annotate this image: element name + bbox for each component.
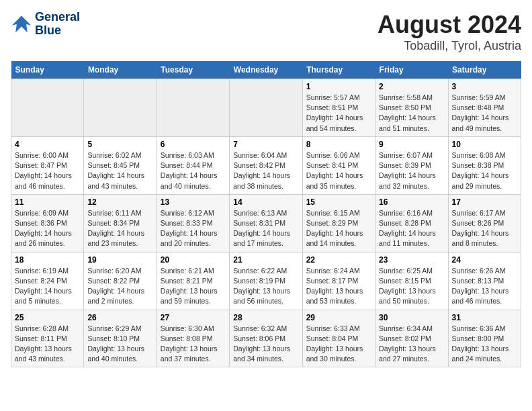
day-number: 22	[306, 255, 371, 265]
calendar-cell	[84, 79, 157, 137]
calendar-cell: 29Sunrise: 6:33 AM Sunset: 8:04 PM Dayli…	[302, 310, 375, 367]
day-info: Sunrise: 6:25 AM Sunset: 8:15 PM Dayligh…	[379, 266, 444, 307]
calendar-cell: 8Sunrise: 6:06 AM Sunset: 8:41 PM Daylig…	[302, 136, 375, 194]
weekday-header-thursday: Thursday	[302, 61, 375, 79]
day-number: 20	[161, 255, 226, 265]
calendar-cell	[157, 79, 229, 137]
day-info: Sunrise: 6:13 AM Sunset: 8:31 PM Dayligh…	[233, 208, 298, 249]
day-info: Sunrise: 6:28 AM Sunset: 8:11 PM Dayligh…	[15, 324, 80, 365]
calendar-cell: 16Sunrise: 6:16 AM Sunset: 8:28 PM Dayli…	[375, 194, 448, 252]
day-info: Sunrise: 6:24 AM Sunset: 8:17 PM Dayligh…	[306, 266, 371, 307]
page-subtitle: Tobadill, Tyrol, Austria	[378, 39, 521, 53]
calendar-cell: 19Sunrise: 6:20 AM Sunset: 8:22 PM Dayli…	[84, 252, 157, 310]
day-info: Sunrise: 6:08 AM Sunset: 8:38 PM Dayligh…	[452, 150, 517, 191]
day-info: Sunrise: 6:15 AM Sunset: 8:29 PM Dayligh…	[306, 208, 371, 249]
weekday-header-wednesday: Wednesday	[230, 61, 302, 79]
calendar-cell: 22Sunrise: 6:24 AM Sunset: 8:17 PM Dayli…	[302, 252, 375, 310]
day-number: 25	[15, 313, 80, 322]
day-info: Sunrise: 6:36 AM Sunset: 8:00 PM Dayligh…	[452, 324, 517, 365]
calendar-cell: 7Sunrise: 6:04 AM Sunset: 8:42 PM Daylig…	[230, 136, 302, 194]
calendar-cell: 6Sunrise: 6:03 AM Sunset: 8:44 PM Daylig…	[157, 136, 229, 194]
day-number: 13	[161, 197, 226, 207]
day-number: 9	[379, 140, 444, 149]
day-info: Sunrise: 6:30 AM Sunset: 8:08 PM Dayligh…	[161, 324, 226, 365]
day-number: 1	[306, 82, 371, 91]
calendar-week-row: 18Sunrise: 6:19 AM Sunset: 8:24 PM Dayli…	[11, 252, 521, 310]
day-number: 7	[233, 140, 298, 149]
day-number: 28	[233, 313, 298, 322]
calendar-week-row: 1Sunrise: 5:57 AM Sunset: 8:51 PM Daylig…	[11, 79, 521, 137]
calendar-week-row: 11Sunrise: 6:09 AM Sunset: 8:36 PM Dayli…	[11, 194, 521, 252]
calendar-cell: 3Sunrise: 5:59 AM Sunset: 8:48 PM Daylig…	[448, 79, 521, 137]
logo-text: General Blue	[35, 11, 80, 38]
day-number: 6	[161, 140, 226, 149]
day-info: Sunrise: 6:29 AM Sunset: 8:10 PM Dayligh…	[87, 324, 152, 365]
svg-marker-0	[12, 15, 31, 32]
day-number: 31	[452, 313, 517, 322]
calendar-cell: 26Sunrise: 6:29 AM Sunset: 8:10 PM Dayli…	[84, 310, 157, 367]
day-info: Sunrise: 6:22 AM Sunset: 8:19 PM Dayligh…	[233, 266, 298, 307]
day-info: Sunrise: 6:20 AM Sunset: 8:22 PM Dayligh…	[87, 266, 152, 307]
calendar-cell	[11, 79, 84, 137]
calendar-cell: 12Sunrise: 6:11 AM Sunset: 8:34 PM Dayli…	[84, 194, 157, 252]
day-info: Sunrise: 6:21 AM Sunset: 8:21 PM Dayligh…	[161, 266, 226, 307]
day-number: 5	[87, 140, 152, 149]
calendar-cell: 31Sunrise: 6:36 AM Sunset: 8:00 PM Dayli…	[448, 310, 521, 367]
day-info: Sunrise: 6:04 AM Sunset: 8:42 PM Dayligh…	[233, 150, 298, 191]
calendar-cell: 30Sunrise: 6:34 AM Sunset: 8:02 PM Dayli…	[375, 310, 448, 367]
calendar-cell: 4Sunrise: 6:00 AM Sunset: 8:47 PM Daylig…	[11, 136, 84, 194]
day-info: Sunrise: 6:07 AM Sunset: 8:39 PM Dayligh…	[379, 150, 444, 191]
day-number: 11	[15, 197, 80, 207]
calendar-cell	[230, 79, 302, 137]
calendar-table: SundayMondayTuesdayWednesdayThursdayFrid…	[11, 61, 521, 367]
calendar-cell: 5Sunrise: 6:02 AM Sunset: 8:45 PM Daylig…	[84, 136, 157, 194]
day-number: 26	[87, 313, 152, 322]
day-number: 30	[379, 313, 444, 322]
day-number: 16	[379, 197, 444, 207]
calendar-cell: 15Sunrise: 6:15 AM Sunset: 8:29 PM Dayli…	[302, 194, 375, 252]
calendar-cell: 14Sunrise: 6:13 AM Sunset: 8:31 PM Dayli…	[230, 194, 302, 252]
page-title: August 2024	[378, 11, 521, 39]
day-number: 29	[306, 313, 371, 322]
day-info: Sunrise: 6:17 AM Sunset: 8:26 PM Dayligh…	[452, 208, 517, 249]
calendar-cell: 20Sunrise: 6:21 AM Sunset: 8:21 PM Dayli…	[157, 252, 229, 310]
day-info: Sunrise: 6:02 AM Sunset: 8:45 PM Dayligh…	[87, 150, 152, 191]
calendar-cell: 10Sunrise: 6:08 AM Sunset: 8:38 PM Dayli…	[448, 136, 521, 194]
day-number: 3	[452, 82, 517, 91]
day-info: Sunrise: 6:32 AM Sunset: 8:06 PM Dayligh…	[233, 324, 298, 365]
day-number: 2	[379, 82, 444, 91]
calendar-cell: 11Sunrise: 6:09 AM Sunset: 8:36 PM Dayli…	[11, 194, 84, 252]
day-number: 12	[87, 197, 152, 207]
calendar-cell: 25Sunrise: 6:28 AM Sunset: 8:11 PM Dayli…	[11, 310, 84, 367]
day-number: 23	[379, 255, 444, 265]
day-number: 4	[15, 140, 80, 149]
day-info: Sunrise: 5:59 AM Sunset: 8:48 PM Dayligh…	[452, 93, 517, 134]
day-number: 21	[233, 255, 298, 265]
calendar-cell: 24Sunrise: 6:26 AM Sunset: 8:13 PM Dayli…	[448, 252, 521, 310]
day-info: Sunrise: 6:06 AM Sunset: 8:41 PM Dayligh…	[306, 150, 371, 191]
weekday-header-friday: Friday	[375, 61, 448, 79]
day-info: Sunrise: 5:58 AM Sunset: 8:50 PM Dayligh…	[379, 93, 444, 134]
logo-icon	[11, 13, 32, 35]
weekday-header-tuesday: Tuesday	[157, 61, 229, 79]
header: General Blue August 2024 Tobadill, Tyrol…	[11, 11, 521, 53]
calendar-cell: 18Sunrise: 6:19 AM Sunset: 8:24 PM Dayli…	[11, 252, 84, 310]
day-number: 10	[452, 140, 517, 149]
day-number: 14	[233, 197, 298, 207]
calendar-cell: 23Sunrise: 6:25 AM Sunset: 8:15 PM Dayli…	[375, 252, 448, 310]
weekday-header-row: SundayMondayTuesdayWednesdayThursdayFrid…	[11, 61, 521, 79]
calendar-cell: 1Sunrise: 5:57 AM Sunset: 8:51 PM Daylig…	[302, 79, 375, 137]
calendar-cell: 21Sunrise: 6:22 AM Sunset: 8:19 PM Dayli…	[230, 252, 302, 310]
day-info: Sunrise: 6:12 AM Sunset: 8:33 PM Dayligh…	[161, 208, 226, 249]
day-number: 17	[452, 197, 517, 207]
day-number: 19	[87, 255, 152, 265]
day-info: Sunrise: 6:11 AM Sunset: 8:34 PM Dayligh…	[87, 208, 152, 249]
day-info: Sunrise: 6:00 AM Sunset: 8:47 PM Dayligh…	[15, 150, 80, 191]
calendar-week-row: 25Sunrise: 6:28 AM Sunset: 8:11 PM Dayli…	[11, 310, 521, 367]
day-number: 27	[161, 313, 226, 322]
day-number: 18	[15, 255, 80, 265]
calendar-cell: 27Sunrise: 6:30 AM Sunset: 8:08 PM Dayli…	[157, 310, 229, 367]
day-number: 15	[306, 197, 371, 207]
weekday-header-saturday: Saturday	[448, 61, 521, 79]
day-info: Sunrise: 5:57 AM Sunset: 8:51 PM Dayligh…	[306, 93, 371, 134]
